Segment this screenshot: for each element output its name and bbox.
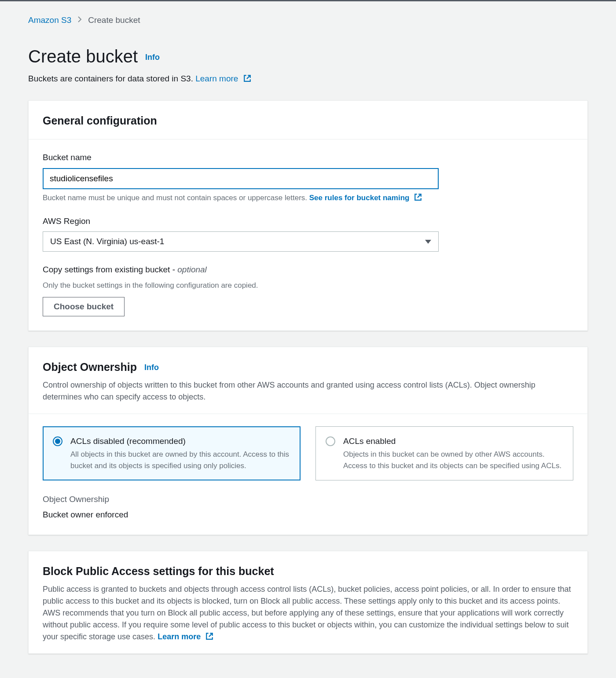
info-link[interactable]: Info xyxy=(144,363,159,372)
page-header: Create bucket Info Buckets are container… xyxy=(28,44,588,85)
page-subtitle: Buckets are containers for data stored i… xyxy=(28,73,588,85)
block-public-access-desc: Public access is granted to buckets and … xyxy=(43,583,573,643)
block-public-access-desc-text: Public access is granted to buckets and … xyxy=(43,585,571,641)
ownership-summary-value: Bucket owner enforced xyxy=(43,509,573,521)
acls-enabled-title: ACLs enabled xyxy=(343,436,563,447)
radio-icon xyxy=(326,436,335,446)
radio-icon xyxy=(53,436,62,446)
acls-disabled-title: ACLs disabled (recommended) xyxy=(70,436,290,447)
acl-option-group: ACLs disabled (recommended) All objects … xyxy=(43,426,573,481)
bucket-name-label: Bucket name xyxy=(43,152,573,164)
bucket-name-hint: Bucket name must be unique and must not … xyxy=(43,193,573,203)
bucket-naming-rules-link[interactable]: See rules for bucket naming xyxy=(309,194,422,202)
info-link[interactable]: Info xyxy=(145,53,160,62)
acls-disabled-desc: All objects in this bucket are owned by … xyxy=(70,449,290,471)
learn-more-label: Learn more xyxy=(195,74,238,83)
acls-disabled-option[interactable]: ACLs disabled (recommended) All objects … xyxy=(43,426,301,481)
aws-region-value: US East (N. Virginia) us-east-1 xyxy=(50,236,164,248)
external-link-icon xyxy=(243,74,251,82)
block-public-access-panel: Block Public Access settings for this bu… xyxy=(28,551,588,654)
general-configuration-panel: General configuration Bucket name Bucket… xyxy=(28,100,588,330)
learn-more-link[interactable]: Learn more xyxy=(158,632,213,641)
breadcrumb: Amazon S3 Create bucket xyxy=(28,15,588,26)
acls-enabled-desc: Objects in this bucket can be owned by o… xyxy=(343,449,563,471)
breadcrumb-root-link[interactable]: Amazon S3 xyxy=(28,15,71,26)
aws-region-label: AWS Region xyxy=(43,216,573,227)
copy-settings-field: Copy settings from existing bucket - opt… xyxy=(43,264,573,316)
external-link-icon xyxy=(205,632,213,640)
copy-settings-label: Copy settings from existing bucket - opt… xyxy=(43,264,573,276)
chevron-right-icon xyxy=(77,15,82,26)
breadcrumb-current: Create bucket xyxy=(88,15,140,26)
object-ownership-panel: Object Ownership Info Control ownership … xyxy=(28,347,588,535)
page-subtitle-text: Buckets are containers for data stored i… xyxy=(28,74,193,83)
aws-region-select[interactable]: US East (N. Virginia) us-east-1 xyxy=(43,231,439,252)
acls-enabled-option[interactable]: ACLs enabled Objects in this bucket can … xyxy=(315,426,573,481)
copy-settings-label-optional: optional xyxy=(177,265,207,274)
bucket-name-field: Bucket name Bucket name must be unique a… xyxy=(43,152,573,203)
bucket-name-input[interactable] xyxy=(43,168,439,189)
bucket-naming-rules-label: See rules for bucket naming xyxy=(309,194,410,202)
learn-more-link[interactable]: Learn more xyxy=(195,74,251,83)
page-title: Create bucket xyxy=(28,47,138,66)
learn-more-label: Learn more xyxy=(158,632,201,641)
object-ownership-desc: Control ownership of objects written to … xyxy=(43,379,573,403)
copy-settings-label-main: Copy settings from existing bucket - xyxy=(43,265,175,274)
object-ownership-heading: Object Ownership xyxy=(43,361,137,373)
choose-bucket-button[interactable]: Choose bucket xyxy=(43,297,125,316)
caret-down-icon xyxy=(425,240,431,244)
block-public-access-heading: Block Public Access settings for this bu… xyxy=(43,565,274,577)
external-link-icon xyxy=(414,193,422,201)
bucket-name-hint-text: Bucket name must be unique and must not … xyxy=(43,194,307,202)
copy-settings-hint: Only the bucket settings in the followin… xyxy=(43,280,573,291)
general-config-heading: General configuration xyxy=(43,114,157,127)
aws-region-field: AWS Region US East (N. Virginia) us-east… xyxy=(43,216,573,252)
ownership-summary-label: Object Ownership xyxy=(43,494,573,506)
